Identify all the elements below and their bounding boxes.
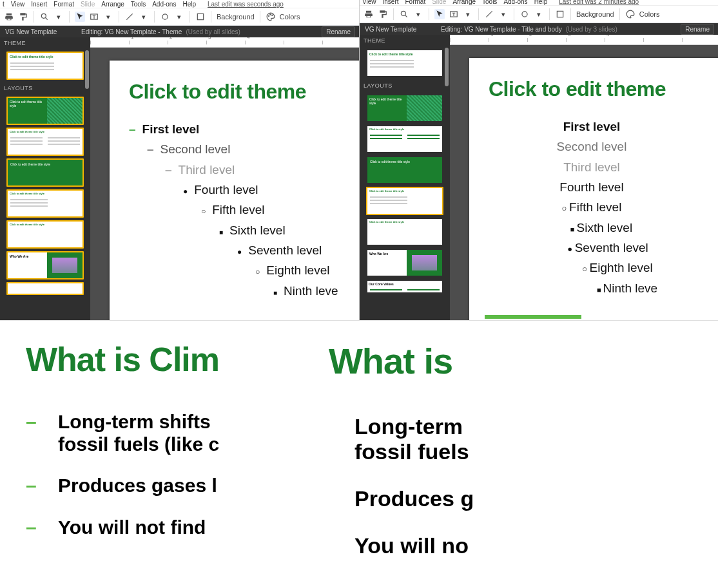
slide-title[interactable]: Click to edit theme bbox=[129, 80, 359, 104]
cursor-icon[interactable] bbox=[75, 12, 85, 22]
chevron-down-icon[interactable]: ▾ bbox=[534, 9, 544, 19]
menu-tools[interactable]: Tools bbox=[131, 1, 146, 8]
text-level-8[interactable]: Eighth level bbox=[255, 260, 359, 280]
slide-body[interactable]: First level Second level Third level Fou… bbox=[129, 119, 359, 301]
menu-format[interactable]: Format bbox=[405, 0, 426, 5]
colors-button[interactable]: Colors bbox=[280, 13, 300, 21]
text-level-5[interactable]: Fifth level bbox=[201, 200, 359, 220]
menu-arrange[interactable]: Arrange bbox=[101, 1, 124, 8]
chevron-down-icon[interactable]: ▾ bbox=[174, 12, 184, 22]
thumb-layout[interactable]: Our Core Values bbox=[366, 280, 443, 294]
line-icon[interactable] bbox=[124, 12, 135, 22]
chevron-down-icon[interactable]: ▾ bbox=[53, 12, 64, 22]
thumb-layout[interactable]: Click to edit theme title style bbox=[366, 94, 443, 122]
thumb-layout[interactable]: Who We Are bbox=[6, 251, 84, 280]
shape-icon[interactable] bbox=[519, 9, 530, 19]
text-level-4[interactable]: Fourth level bbox=[469, 177, 718, 197]
chevron-down-icon[interactable]: ▾ bbox=[463, 9, 473, 19]
scrollbar[interactable] bbox=[85, 50, 89, 89]
thumb-theme[interactable]: Click to edit theme title style bbox=[6, 52, 84, 80]
textbox-icon[interactable] bbox=[449, 9, 459, 19]
cursor-icon[interactable] bbox=[434, 9, 445, 19]
text-level-1[interactable]: First level bbox=[469, 117, 718, 137]
placeholder-icon[interactable] bbox=[195, 12, 206, 22]
shape-icon[interactable] bbox=[160, 12, 170, 22]
palette-icon[interactable] bbox=[266, 12, 276, 22]
thumb-theme[interactable]: Click to edit theme title style bbox=[366, 49, 443, 77]
text-level-9[interactable]: ■ Ninth leve bbox=[469, 278, 718, 298]
line-icon[interactable] bbox=[484, 9, 494, 19]
menu-view[interactable]: View bbox=[11, 1, 25, 8]
template-name[interactable]: VG New Template bbox=[360, 26, 437, 33]
rename-button[interactable]: Rename bbox=[681, 24, 714, 35]
text-level-6[interactable]: Sixth level bbox=[219, 220, 359, 240]
menu-help[interactable]: Help bbox=[182, 1, 196, 8]
text-level-3[interactable]: Third level bbox=[469, 157, 718, 177]
background-button[interactable]: Background bbox=[217, 13, 255, 21]
preview-list: Long-term fossil fuels Produces g You wi… bbox=[354, 414, 718, 558]
print-icon[interactable] bbox=[4, 12, 14, 22]
text-level-2[interactable]: Second level bbox=[469, 137, 718, 156]
thumb-layout[interactable]: Click to edit theme title style bbox=[6, 97, 84, 125]
thumb-layout[interactable]: Click to edit theme title style bbox=[366, 125, 443, 153]
zoom-icon[interactable] bbox=[39, 12, 50, 22]
thumb-layout[interactable]: Click to edit theme title style bbox=[6, 220, 84, 249]
menu-view[interactable]: View bbox=[362, 0, 376, 5]
thumb-layout[interactable]: Click to edit theme title style bbox=[6, 189, 84, 218]
text-level-8[interactable]: ○ Eighth level bbox=[469, 258, 718, 278]
paint-format-icon[interactable] bbox=[18, 12, 28, 22]
menu-t[interactable]: t bbox=[3, 1, 5, 8]
template-name[interactable]: VG New Template bbox=[0, 28, 77, 35]
text-level-7[interactable]: ● Seventh level bbox=[469, 238, 718, 258]
text-level-2[interactable]: Second level bbox=[147, 139, 359, 159]
chevron-down-icon[interactable]: ▾ bbox=[139, 12, 149, 22]
thumb-layout[interactable]: Click to edit theme title style bbox=[366, 156, 443, 184]
last-edit-link[interactable]: Last edit was seconds ago bbox=[208, 1, 284, 8]
chevron-down-icon[interactable]: ▾ bbox=[498, 9, 509, 19]
chevron-down-icon[interactable]: ▾ bbox=[103, 12, 113, 22]
placeholder-icon[interactable] bbox=[555, 9, 565, 19]
rename-button[interactable]: Rename bbox=[322, 26, 355, 37]
slide-master[interactable]: Click to edit theme First level Second l… bbox=[110, 61, 359, 320]
slide-body[interactable]: First level Second level Third level Fou… bbox=[469, 117, 718, 298]
menu-tools[interactable]: Tools bbox=[482, 0, 497, 5]
menu-format[interactable]: Format bbox=[53, 1, 74, 8]
textbox-icon[interactable] bbox=[89, 12, 99, 22]
palette-icon[interactable] bbox=[625, 9, 636, 19]
text-level-4[interactable]: Fourth level bbox=[183, 180, 359, 200]
last-edit-link[interactable]: Last edit was 2 minutes ago bbox=[559, 0, 639, 5]
thumb-layout[interactable]: Click to edit theme title style bbox=[366, 218, 443, 246]
paint-format-icon[interactable] bbox=[378, 9, 388, 19]
canvas[interactable]: Click to edit theme First level Second l… bbox=[90, 48, 359, 320]
text-level-9[interactable]: Ninth leve bbox=[273, 281, 359, 301]
menu-addons[interactable]: Add-ons bbox=[503, 0, 527, 5]
editor-right: View Insert Format Slide Arrange Tools A… bbox=[360, 0, 718, 320]
ruler-tick: 3 bbox=[208, 37, 211, 40]
slide-layout[interactable]: Click to edit theme First level Second l… bbox=[469, 58, 718, 320]
text-level-5[interactable]: ○ Fifth level bbox=[469, 197, 718, 217]
slide-title[interactable]: Click to edit theme bbox=[489, 77, 718, 101]
ruler-tick: 3 bbox=[568, 35, 570, 37]
menu-insert[interactable]: Insert bbox=[31, 1, 47, 8]
zoom-icon[interactable] bbox=[399, 9, 409, 19]
thumb-layout[interactable]: Click to edit theme title style bbox=[6, 158, 84, 187]
menu-arrange[interactable]: Arrange bbox=[452, 0, 476, 5]
text-level-7[interactable]: Seventh level bbox=[237, 240, 359, 260]
thumb-layout-selected[interactable]: Click to edit theme title style bbox=[366, 187, 443, 215]
scrollbar[interactable] bbox=[445, 48, 449, 86]
thumb-layout[interactable]: Click to edit theme title style bbox=[6, 128, 84, 156]
menu-help[interactable]: Help bbox=[534, 0, 548, 5]
text-level-3[interactable]: Third level bbox=[165, 160, 359, 180]
bullet-dash-icon: – bbox=[26, 517, 58, 539]
menu-addons[interactable]: Add-ons bbox=[152, 1, 176, 8]
print-icon[interactable] bbox=[364, 9, 374, 19]
thumb-layout[interactable]: Who We Are bbox=[366, 249, 443, 277]
text-level-1[interactable]: First level bbox=[129, 119, 359, 139]
menu-insert[interactable]: Insert bbox=[383, 0, 399, 5]
thumb-layout[interactable] bbox=[6, 282, 84, 295]
canvas[interactable]: Click to edit theme First level Second l… bbox=[450, 45, 718, 320]
background-button[interactable]: Background bbox=[576, 10, 614, 18]
chevron-down-icon[interactable]: ▾ bbox=[413, 9, 423, 19]
colors-button[interactable]: Colors bbox=[639, 10, 660, 18]
text-level-6[interactable]: ■ Sixth level bbox=[469, 218, 718, 238]
